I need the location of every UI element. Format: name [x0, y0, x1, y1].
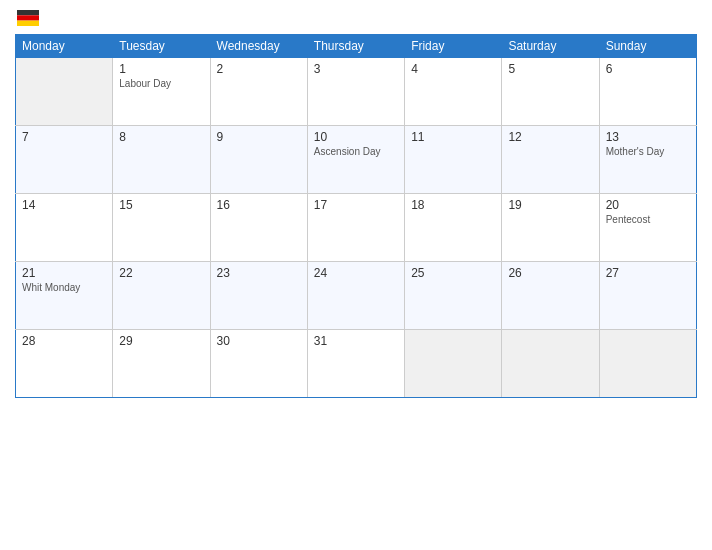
day-number: 28: [22, 334, 106, 348]
calendar-cell: 4: [405, 58, 502, 126]
calendar-cell: 22: [113, 262, 210, 330]
calendar-cell: 10Ascension Day: [307, 126, 404, 194]
day-number: 17: [314, 198, 398, 212]
calendar-week-3: 14151617181920Pentecost: [16, 194, 697, 262]
calendar-cell: 12: [502, 126, 599, 194]
weekday-header-saturday: Saturday: [502, 35, 599, 58]
calendar-cell: 27: [599, 262, 696, 330]
calendar-header: MondayTuesdayWednesdayThursdayFridaySatu…: [16, 35, 697, 58]
day-number: 10: [314, 130, 398, 144]
day-number: 30: [217, 334, 301, 348]
day-number: 27: [606, 266, 690, 280]
day-number: 22: [119, 266, 203, 280]
flag-icon: [17, 10, 39, 26]
calendar-cell: [502, 330, 599, 398]
calendar-cell: 13Mother's Day: [599, 126, 696, 194]
calendar-cell: 8: [113, 126, 210, 194]
day-number: 7: [22, 130, 106, 144]
calendar-cell: 17: [307, 194, 404, 262]
day-number: 11: [411, 130, 495, 144]
day-number: 18: [411, 198, 495, 212]
day-event: Labour Day: [119, 78, 203, 89]
day-number: 2: [217, 62, 301, 76]
day-number: 14: [22, 198, 106, 212]
day-number: 21: [22, 266, 106, 280]
day-event: Ascension Day: [314, 146, 398, 157]
day-number: 26: [508, 266, 592, 280]
calendar-cell: 15: [113, 194, 210, 262]
weekday-header-thursday: Thursday: [307, 35, 404, 58]
calendar-cell: [16, 58, 113, 126]
svg-rect-0: [17, 10, 39, 15]
day-number: 4: [411, 62, 495, 76]
calendar-cell: 7: [16, 126, 113, 194]
weekday-header-wednesday: Wednesday: [210, 35, 307, 58]
day-event: Mother's Day: [606, 146, 690, 157]
day-number: 24: [314, 266, 398, 280]
calendar-cell: 14: [16, 194, 113, 262]
calendar-table: MondayTuesdayWednesdayThursdayFridaySatu…: [15, 34, 697, 398]
day-number: 13: [606, 130, 690, 144]
calendar-cell: 21Whit Monday: [16, 262, 113, 330]
calendar-cell: 26: [502, 262, 599, 330]
calendar-cell: [599, 330, 696, 398]
day-number: 31: [314, 334, 398, 348]
calendar-cell: 20Pentecost: [599, 194, 696, 262]
calendar-cell: 11: [405, 126, 502, 194]
calendar-cell: 9: [210, 126, 307, 194]
calendar-cell: 31: [307, 330, 404, 398]
weekday-row: MondayTuesdayWednesdayThursdayFridaySatu…: [16, 35, 697, 58]
day-number: 8: [119, 130, 203, 144]
weekday-header-monday: Monday: [16, 35, 113, 58]
weekday-header-friday: Friday: [405, 35, 502, 58]
calendar-cell: 25: [405, 262, 502, 330]
day-number: 3: [314, 62, 398, 76]
calendar-cell: 16: [210, 194, 307, 262]
calendar-cell: 19: [502, 194, 599, 262]
day-number: 15: [119, 198, 203, 212]
calendar-cell: 23: [210, 262, 307, 330]
day-number: 20: [606, 198, 690, 212]
calendar-week-1: 1Labour Day23456: [16, 58, 697, 126]
weekday-header-sunday: Sunday: [599, 35, 696, 58]
calendar-week-5: 28293031: [16, 330, 697, 398]
day-number: 16: [217, 198, 301, 212]
page-header: [15, 10, 697, 26]
day-number: 23: [217, 266, 301, 280]
day-number: 9: [217, 130, 301, 144]
svg-rect-2: [17, 21, 39, 26]
day-event: Pentecost: [606, 214, 690, 225]
calendar-week-4: 21Whit Monday222324252627: [16, 262, 697, 330]
calendar-cell: 5: [502, 58, 599, 126]
day-number: 29: [119, 334, 203, 348]
calendar-cell: 18: [405, 194, 502, 262]
day-event: Whit Monday: [22, 282, 106, 293]
day-number: 19: [508, 198, 592, 212]
calendar-cell: 1Labour Day: [113, 58, 210, 126]
calendar-cell: 3: [307, 58, 404, 126]
day-number: 5: [508, 62, 592, 76]
calendar-cell: 28: [16, 330, 113, 398]
calendar-cell: 30: [210, 330, 307, 398]
svg-rect-1: [17, 15, 39, 20]
day-number: 12: [508, 130, 592, 144]
calendar-cell: [405, 330, 502, 398]
calendar-body: 1Labour Day2345678910Ascension Day111213…: [16, 58, 697, 398]
day-number: 1: [119, 62, 203, 76]
calendar-cell: 29: [113, 330, 210, 398]
logo: [15, 10, 39, 26]
calendar-page: MondayTuesdayWednesdayThursdayFridaySatu…: [0, 0, 712, 550]
day-number: 25: [411, 266, 495, 280]
weekday-header-tuesday: Tuesday: [113, 35, 210, 58]
calendar-cell: 24: [307, 262, 404, 330]
calendar-week-2: 78910Ascension Day111213Mother's Day: [16, 126, 697, 194]
calendar-cell: 6: [599, 58, 696, 126]
calendar-cell: 2: [210, 58, 307, 126]
day-number: 6: [606, 62, 690, 76]
